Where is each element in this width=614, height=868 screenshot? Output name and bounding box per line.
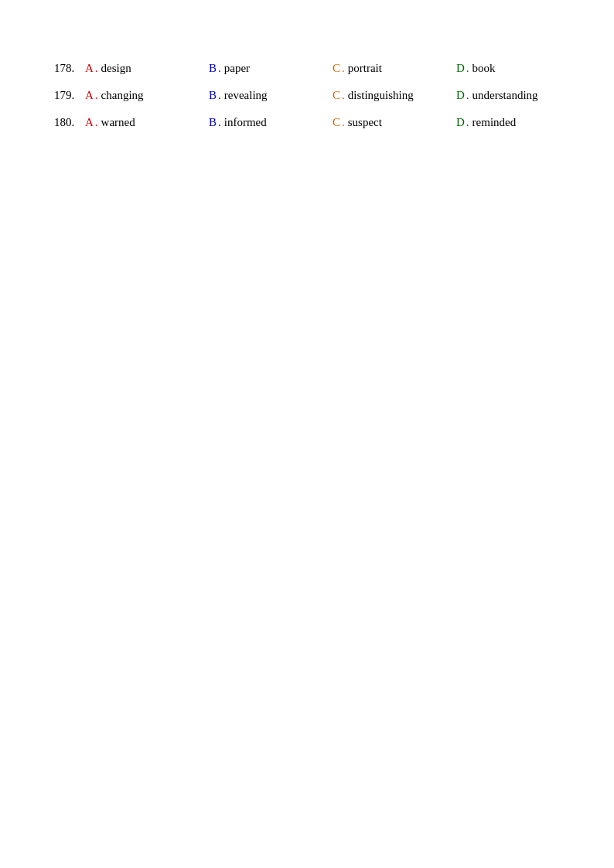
- option-text-180-d: reminded: [472, 116, 517, 129]
- option-dot-179-b: .: [218, 89, 221, 102]
- option-180-a: A . warned: [85, 116, 209, 129]
- option-178-c: C . portrait: [333, 62, 456, 75]
- option-text-179-d: understanding: [472, 89, 538, 102]
- option-dot-178-a: .: [95, 62, 98, 75]
- option-text-178-d: book: [472, 62, 496, 75]
- option-179-b: B . revealing: [209, 89, 333, 102]
- question-row-178: 178. A . design B . paper C . portrait D…: [54, 62, 560, 75]
- option-text-179-b: revealing: [224, 89, 268, 102]
- option-dot-180-c: .: [342, 116, 345, 129]
- option-letter-178-b: B: [209, 62, 217, 75]
- option-178-b: B . paper: [209, 62, 333, 75]
- option-text-178-c: portrait: [348, 62, 382, 75]
- option-180-c: C . suspect: [333, 116, 456, 129]
- option-dot-180-b: .: [218, 116, 221, 129]
- option-text-178-b: paper: [224, 62, 250, 75]
- option-letter-178-d: D: [456, 62, 465, 75]
- option-text-179-a: changing: [101, 89, 144, 102]
- option-letter-180-b: B: [209, 116, 217, 129]
- option-dot-178-d: .: [466, 62, 469, 75]
- option-dot-180-a: .: [95, 116, 98, 129]
- option-179-c: C . distinguishing: [333, 89, 456, 102]
- question-number-180: 180.: [54, 116, 85, 129]
- option-text-180-a: warned: [101, 116, 135, 129]
- option-letter-178-a: A: [85, 62, 94, 75]
- option-180-d: D . reminded: [456, 116, 580, 129]
- page: 178. A . design B . paper C . portrait D…: [0, 0, 614, 868]
- option-text-180-b: informed: [224, 116, 267, 129]
- option-dot-179-a: .: [95, 89, 98, 102]
- option-178-a: A . design: [85, 62, 209, 75]
- question-number-179: 179.: [54, 89, 85, 102]
- question-row-180: 180. A . warned B . informed C . suspect…: [54, 116, 560, 129]
- option-letter-180-c: C: [333, 116, 340, 129]
- option-letter-178-c: C: [333, 62, 340, 75]
- option-dot-179-d: .: [466, 89, 469, 102]
- option-text-180-c: suspect: [348, 116, 382, 129]
- option-letter-180-a: A: [85, 116, 94, 129]
- question-row-179: 179. A . changing B . revealing C . dist…: [54, 89, 560, 102]
- option-letter-179-a: A: [85, 89, 94, 102]
- option-dot-178-b: .: [218, 62, 221, 75]
- option-180-b: B . informed: [209, 116, 333, 129]
- option-dot-178-c: .: [342, 62, 345, 75]
- option-dot-179-c: .: [342, 89, 345, 102]
- option-179-a: A . changing: [85, 89, 209, 102]
- option-178-d: D . book: [456, 62, 580, 75]
- option-179-d: D . understanding: [456, 89, 580, 102]
- option-dot-180-d: .: [466, 116, 469, 129]
- option-text-179-c: distinguishing: [348, 89, 414, 102]
- option-letter-180-d: D: [456, 116, 465, 129]
- question-number-178: 178.: [54, 62, 85, 75]
- option-letter-179-d: D: [456, 89, 465, 102]
- option-letter-179-c: C: [333, 89, 340, 102]
- option-letter-179-b: B: [209, 89, 217, 102]
- option-text-178-a: design: [101, 62, 131, 75]
